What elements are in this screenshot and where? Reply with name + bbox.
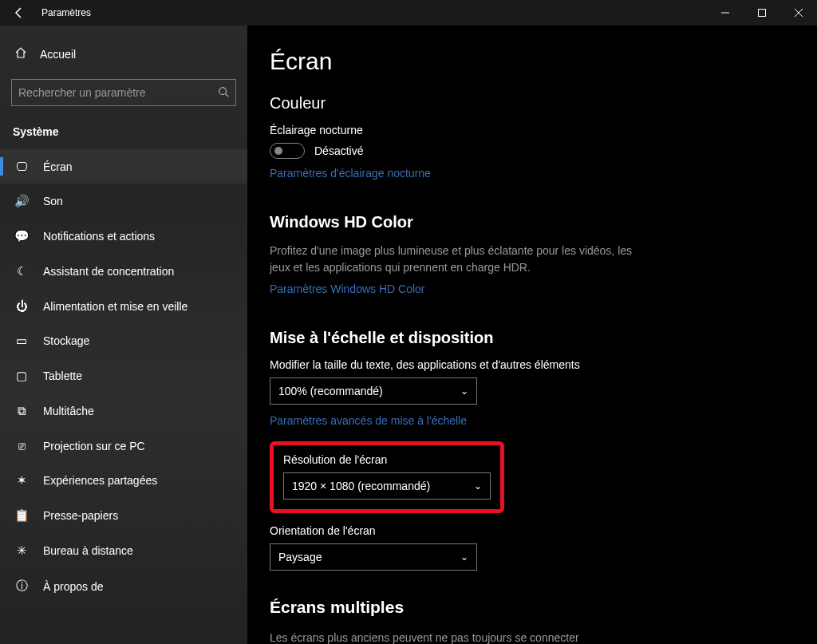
sidebar-item--propos-de[interactable]: ⓘÀ propos de <box>0 568 247 604</box>
sidebar-home-label: Accueil <box>40 48 76 61</box>
night-light-settings-link[interactable]: Paramètres d'éclairage nocturne <box>270 167 785 180</box>
multi-description: Les écrans plus anciens peuvent ne pas t… <box>270 630 653 644</box>
assistant-de-concentration-icon: ☾ <box>14 264 29 279</box>
alimentation-et-mise-en-veille-icon: ⏻ <box>14 299 29 313</box>
sidebar-item-label: Alimentation et mise en veille <box>43 300 187 313</box>
sidebar-item-son[interactable]: 🔊Son <box>0 184 247 219</box>
bureau-distance-icon: ✳ <box>14 543 29 558</box>
sidebar-home[interactable]: Accueil <box>0 38 247 69</box>
maximize-button[interactable] <box>744 0 780 26</box>
sidebar-item-multit-che[interactable]: ⧉Multitâche <box>0 393 247 429</box>
chevron-down-icon: ⌄ <box>460 385 468 397</box>
sidebar-item-exp-riences-partag-es[interactable]: ✶Expériences partagées <box>0 463 247 498</box>
maximize-icon <box>757 8 767 18</box>
section-color-heading: Couleur <box>270 94 785 113</box>
orientation-dropdown[interactable]: Paysage ⌄ <box>270 543 477 571</box>
chevron-down-icon: ⌄ <box>474 480 482 492</box>
close-icon <box>794 8 803 18</box>
stockage-icon: ▭ <box>14 334 29 348</box>
section-hd-heading: Windows HD Color <box>270 213 785 231</box>
hd-description: Profitez d'une image plus lumineuse et p… <box>270 243 653 276</box>
content-area: Écran Couleur Éclairage nocturne Désacti… <box>247 26 817 644</box>
page-title: Écran <box>270 48 785 75</box>
sidebar-item-label: Tablette <box>43 369 82 382</box>
sidebar-item-label: Bureau à distance <box>43 544 133 557</box>
resolution-value: 1920 × 1080 (recommandé) <box>292 480 430 492</box>
section-scale-heading: Mise à l'échelle et disposition <box>270 329 785 347</box>
minimize-button[interactable] <box>707 0 744 26</box>
sidebar-item-label: Multitâche <box>43 405 94 417</box>
back-button[interactable] <box>0 0 38 26</box>
sidebar-item-label: Expériences partagées <box>43 474 157 487</box>
multit-che-icon: ⧉ <box>14 404 29 418</box>
tablette-icon: ▢ <box>14 369 29 383</box>
sidebar-item-label: À propos de <box>43 580 104 593</box>
resolution-highlight: Résolution de l'écran 1920 × 1080 (recom… <box>270 441 504 513</box>
advanced-scaling-link[interactable]: Paramètres avancés de mise à l'échelle <box>270 414 785 427</box>
sidebar-item-notifications-et-actions[interactable]: 💬Notifications et actions <box>0 219 247 254</box>
window-title: Paramètres <box>38 7 91 18</box>
chevron-down-icon: ⌄ <box>460 551 468 563</box>
sidebar-item-label: Écran <box>43 160 73 173</box>
-propos-de-icon: ⓘ <box>14 579 29 594</box>
night-light-label: Éclairage nocturne <box>270 124 785 136</box>
orientation-label: Orientation de l'écran <box>270 524 785 537</box>
text-size-dropdown[interactable]: 100% (recommandé) ⌄ <box>270 377 477 405</box>
minimize-icon <box>720 8 730 18</box>
sidebar-item-stockage[interactable]: ▭Stockage <box>0 323 247 358</box>
hd-settings-link[interactable]: Paramètres Windows HD Color <box>270 282 785 295</box>
-cran-icon: 🖵 <box>14 160 29 173</box>
sidebar-item-label: Projection sur ce PC <box>43 440 145 452</box>
sidebar-item-alimentation-et-mise-en-veille[interactable]: ⏻Alimentation et mise en veille <box>0 289 247 323</box>
svg-rect-1 <box>759 10 766 17</box>
sidebar-section-label: Système <box>0 117 247 149</box>
sidebar-item-bureau-distance[interactable]: ✳Bureau à distance <box>0 533 247 568</box>
night-light-toggle[interactable] <box>270 143 305 159</box>
arrow-left-icon <box>13 6 26 19</box>
sidebar-item-label: Presse-papiers <box>43 509 118 522</box>
sidebar-item-label: Notifications et actions <box>43 230 155 243</box>
text-size-label: Modifier la taille du texte, des applica… <box>270 358 785 371</box>
son-icon: 🔊 <box>14 194 29 208</box>
search-input[interactable] <box>18 86 218 99</box>
search-icon <box>218 86 229 100</box>
titlebar: Paramètres <box>0 0 817 26</box>
home-icon <box>14 46 27 61</box>
search-box[interactable] <box>11 79 236 106</box>
notifications-et-actions-icon: 💬 <box>14 229 29 243</box>
sidebar-item-presse-papiers[interactable]: 📋Presse-papiers <box>0 498 247 533</box>
sidebar-item-label: Son <box>43 195 63 207</box>
section-multi-heading: Écrans multiples <box>270 598 785 617</box>
sidebar-item-tablette[interactable]: ▢Tablette <box>0 358 247 393</box>
resolution-dropdown[interactable]: 1920 × 1080 (recommandé) ⌄ <box>283 472 491 500</box>
sidebar-item-projection-sur-ce-pc[interactable]: ⎚Projection sur ce PC <box>0 429 247 463</box>
toggle-knob-icon <box>274 147 282 155</box>
exp-riences-partag-es-icon: ✶ <box>14 473 29 488</box>
svg-line-3 <box>226 93 229 97</box>
sidebar: Accueil Système 🖵Écran🔊Son💬Notifications… <box>0 26 247 644</box>
projection-sur-ce-pc-icon: ⎚ <box>14 439 29 452</box>
night-light-state: Désactivé <box>314 144 363 157</box>
presse-papiers-icon: 📋 <box>14 508 29 523</box>
sidebar-item--cran[interactable]: 🖵Écran <box>0 149 247 184</box>
sidebar-item-label: Assistant de concentration <box>43 265 174 278</box>
svg-point-2 <box>219 87 227 94</box>
resolution-label: Résolution de l'écran <box>283 453 491 466</box>
text-size-value: 100% (recommandé) <box>278 385 383 397</box>
close-button[interactable] <box>780 0 817 26</box>
orientation-value: Paysage <box>278 551 322 563</box>
sidebar-item-assistant-de-concentration[interactable]: ☾Assistant de concentration <box>0 254 247 289</box>
sidebar-item-label: Stockage <box>43 334 89 347</box>
